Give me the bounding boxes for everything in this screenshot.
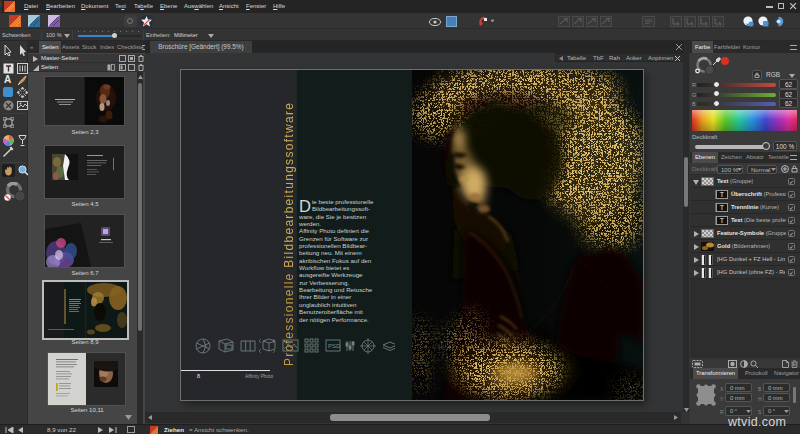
- svg-text:PSD: PSD: [328, 343, 341, 349]
